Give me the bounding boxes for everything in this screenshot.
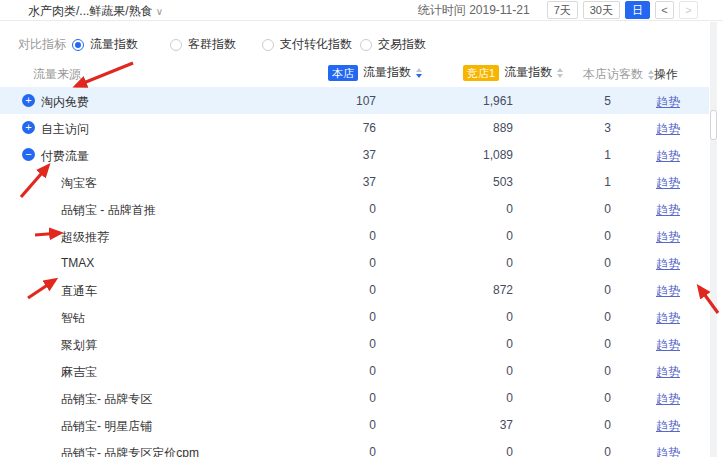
table-row[interactable]: 超级推荐 0 0 0 趋势 — [0, 222, 709, 249]
comp-index-value: 0 — [413, 391, 513, 405]
own-index-value: 0 — [296, 391, 376, 405]
traffic-source-label: 超级推荐 — [61, 229, 109, 246]
scrollbar-track[interactable] — [710, 22, 717, 457]
table-row[interactable]: 品销宝- 品牌专区定价cpm 0 0 0 趋势 — [0, 438, 709, 457]
comp-index-value: 503 — [413, 175, 513, 189]
trend-link[interactable]: 趋势 — [650, 418, 686, 435]
comp-index-value: 0 — [413, 202, 513, 216]
trend-link[interactable]: 趋势 — [650, 175, 686, 192]
visitors-value: 1 — [551, 175, 611, 189]
trend-link[interactable]: 趋势 — [650, 121, 686, 138]
table-row[interactable]: 淘宝客 37 503 1 趋势 — [0, 168, 709, 195]
trend-link[interactable]: 趋势 — [650, 202, 686, 219]
table-row[interactable]: + 自主访问 76 889 3 趋势 — [0, 114, 709, 141]
trend-link[interactable]: 趋势 — [650, 148, 686, 165]
comp-index-value: 1,089 — [413, 148, 513, 162]
visitors-value: 0 — [551, 418, 611, 432]
traffic-source-label: 直通车 — [61, 283, 97, 300]
traffic-source-label: TMAX — [61, 256, 94, 270]
traffic-source-dashboard: 水产肉类/...鲜蔬果/熟食∨ 统计时间 2019-11-21 7天 30天 日… — [0, 0, 723, 457]
visitors-value: 0 — [551, 256, 611, 270]
own-index-value: 107 — [296, 94, 376, 108]
trend-link[interactable]: 趋势 — [650, 256, 686, 273]
table-row[interactable]: 品销宝- 明星店铺 0 37 0 趋势 — [0, 411, 709, 438]
table-row[interactable]: 聚划算 0 0 0 趋势 — [0, 330, 709, 357]
traffic-source-label: 聚划算 — [61, 337, 97, 354]
own-index-value: 37 — [296, 175, 376, 189]
traffic-source-label: 品销宝 - 品牌首推 — [61, 202, 156, 219]
own-index-value: 0 — [296, 256, 376, 270]
table-row[interactable]: 品销宝- 品牌专区 0 0 0 趋势 — [0, 384, 709, 411]
visitors-value: 0 — [551, 337, 611, 351]
table-row[interactable]: 智钻 0 0 0 趋势 — [0, 303, 709, 330]
table-row[interactable]: − 付费流量 37 1,089 1 趋势 — [0, 141, 709, 168]
visitors-value: 5 — [551, 94, 611, 108]
traffic-source-label: 品销宝- 品牌专区 — [61, 391, 152, 408]
trend-link[interactable]: 趋势 — [650, 310, 686, 327]
visitors-value: 0 — [551, 364, 611, 378]
traffic-source-label: 淘宝客 — [61, 175, 97, 192]
own-index-value: 37 — [296, 148, 376, 162]
visitors-value: 0 — [551, 391, 611, 405]
own-index-value: 0 — [296, 310, 376, 324]
table-body: + 淘内免费 107 1,961 5 趋势 + 自主访问 76 889 3 趋势… — [0, 0, 723, 457]
own-index-value: 0 — [296, 337, 376, 351]
own-index-value: 0 — [296, 202, 376, 216]
visitors-value: 3 — [551, 121, 611, 135]
visitors-value: 0 — [551, 310, 611, 324]
traffic-source-label: 品销宝- 品牌专区定价cpm — [61, 445, 199, 457]
own-index-value: 0 — [296, 445, 376, 457]
comp-index-value: 37 — [413, 418, 513, 432]
plus-expand-icon[interactable]: + — [22, 94, 35, 107]
visitors-value: 0 — [551, 229, 611, 243]
own-index-value: 0 — [296, 418, 376, 432]
own-index-value: 0 — [296, 229, 376, 243]
own-index-value: 0 — [296, 364, 376, 378]
table-row[interactable]: 直通车 0 872 0 趋势 — [0, 276, 709, 303]
traffic-source-label: 智钻 — [61, 310, 85, 327]
minus-expand-icon[interactable]: − — [22, 148, 35, 161]
trend-link[interactable]: 趋势 — [650, 337, 686, 354]
comp-index-value: 0 — [413, 445, 513, 457]
traffic-source-label: 麻吉宝 — [61, 364, 97, 381]
trend-link[interactable]: 趋势 — [650, 445, 686, 457]
table-row[interactable]: 品销宝 - 品牌首推 0 0 0 趋势 — [0, 195, 709, 222]
scrollbar-thumb[interactable] — [710, 110, 717, 140]
trend-link[interactable]: 趋势 — [650, 94, 686, 111]
trend-link[interactable]: 趋势 — [650, 391, 686, 408]
comp-index-value: 0 — [413, 256, 513, 270]
comp-index-value: 0 — [413, 337, 513, 351]
comp-index-value: 872 — [413, 283, 513, 297]
comp-index-value: 0 — [413, 364, 513, 378]
trend-link[interactable]: 趋势 — [650, 364, 686, 381]
comp-index-value: 0 — [413, 310, 513, 324]
visitors-value: 1 — [551, 148, 611, 162]
visitors-value: 0 — [551, 202, 611, 216]
comp-index-value: 0 — [413, 229, 513, 243]
comp-index-value: 889 — [413, 121, 513, 135]
trend-link[interactable]: 趋势 — [650, 283, 686, 300]
table-row[interactable]: 麻吉宝 0 0 0 趋势 — [0, 357, 709, 384]
traffic-source-label: 自主访问 — [41, 121, 89, 138]
visitors-value: 0 — [551, 445, 611, 457]
own-index-value: 76 — [296, 121, 376, 135]
table-row[interactable]: TMAX 0 0 0 趋势 — [0, 249, 709, 276]
visitors-value: 0 — [551, 283, 611, 297]
traffic-source-label: 品销宝- 明星店铺 — [61, 418, 152, 435]
own-index-value: 0 — [296, 283, 376, 297]
traffic-source-label: 付费流量 — [41, 148, 89, 165]
plus-expand-icon[interactable]: + — [22, 121, 35, 134]
comp-index-value: 1,961 — [413, 94, 513, 108]
table-row[interactable]: + 淘内免费 107 1,961 5 趋势 — [0, 87, 709, 114]
traffic-source-label: 淘内免费 — [41, 94, 89, 111]
trend-link[interactable]: 趋势 — [650, 229, 686, 246]
